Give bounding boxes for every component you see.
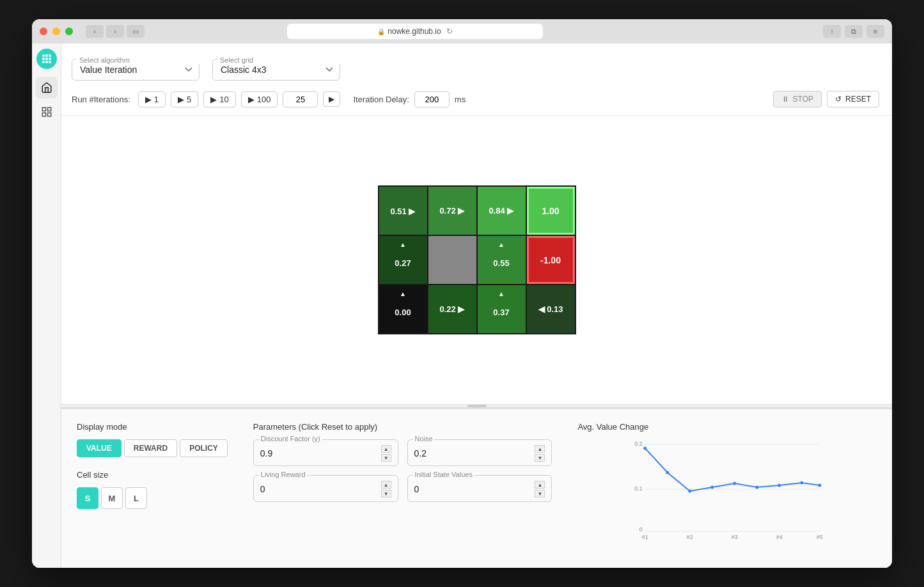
grid-cell-0-1[interactable]: 0.72 ▶ [428,187,476,235]
svg-point-3 [42,58,45,60]
run-label: Run #Iterations: [72,95,130,104]
size-l-button[interactable]: L [125,487,147,509]
cell-arrow-1-2: ▲ [498,241,505,248]
run-5-button[interactable]: ▶ 5 [171,91,198,107]
noise-up[interactable]: ▲ [535,445,545,453]
reset-button[interactable]: ↺ RESET [827,91,879,107]
discount-factor-spinners: ▲ ▼ [381,445,391,462]
chart-area: 0.2 0.1 0 [577,437,877,539]
mode-policy-button[interactable]: POLICY [180,439,228,457]
svg-rect-11 [42,113,45,116]
initial-state-input[interactable] [414,484,519,494]
share-button[interactable]: ↑ [823,25,841,38]
chart-title: Avg. Value Change [577,422,877,432]
living-reward-input-row: ▲ ▼ [260,481,391,497]
forward-button[interactable]: › [106,25,124,38]
grid-cell-2-1[interactable]: 0.22 ▶ [428,285,476,333]
sidebar-item-home[interactable] [36,77,58,98]
cell-value-2-2: 0.37 [493,308,509,317]
chart-dot-9 [818,484,822,487]
grid-dropdown-group: Select grid Classic 4x3 Classic 3x4 Cust… [212,51,340,81]
run-100-button[interactable]: ▶ 100 [241,91,278,107]
size-s-button[interactable]: S [77,487,98,509]
minimize-dot[interactable] [52,27,60,35]
run-1-button[interactable]: ▶ 1 [138,91,166,107]
sidebar-logo[interactable] [36,49,57,69]
chart-dot-7 [778,484,781,487]
initial-state-down[interactable]: ▼ [535,490,545,497]
run-10-button[interactable]: ▶ 10 [203,91,235,107]
sidebar-item-grid[interactable] [36,101,58,123]
stop-button[interactable]: ⏸ STOP [773,91,822,107]
stop-icon: ⏸ [781,95,789,104]
titlebar-actions: ↑ ⧉ ≡ [823,25,884,38]
titlebar: ‹ › ▭ 🔒 nowke.github.io ↻ ↑ ⧉ ≡ [32,19,892,43]
app-window: ‹ › ▭ 🔒 nowke.github.io ↻ ↑ ⧉ ≡ [32,19,892,568]
y-label-max: 0.2 [635,441,643,447]
noise-down[interactable]: ▼ [535,454,545,462]
size-m-button[interactable]: M [101,487,123,509]
chart-dot-4 [711,486,714,489]
initial-state-field: Initial State Values ▲ ▼ [407,475,552,502]
controls-row: Run #Iterations: ▶ 1 ▶ 5 ▶ 10 ▶ [72,86,879,115]
delay-input[interactable] [414,91,450,107]
living-reward-input[interactable] [260,484,365,494]
noise-input[interactable] [414,448,519,458]
svg-point-8 [49,61,51,63]
grid-cell-1-0[interactable]: ▲ 0.27 [379,236,427,284]
grid-cell-2-3[interactable]: ◀ 0.13 [527,285,575,333]
cell-value-2-0: 0.00 [395,308,411,317]
x-label-2: #2 [687,534,693,539]
table-icon [41,106,52,118]
cell-value-2-3: ◀ 0.13 [538,304,563,314]
y-label-min: 0 [639,526,643,533]
discount-factor-down[interactable]: ▼ [381,454,391,462]
svg-rect-9 [42,107,45,111]
run-custom-button[interactable]: ▶ [323,91,340,107]
maximize-dot[interactable] [65,27,73,35]
grid-cell-0-2[interactable]: 0.84 ▶ [478,187,526,235]
cell-arrow-2-2: ▲ [498,290,505,297]
grid-cell-0-3[interactable]: 1.00 [527,187,575,235]
chart-dot-8 [801,481,804,485]
living-reward-down[interactable]: ▼ [381,490,391,497]
bottom-section: Display mode VALUE REWARD POLICY Cell si… [61,408,892,568]
custom-iterations-input[interactable] [283,91,318,107]
cell-value-1-2: 0.55 [493,258,509,268]
refresh-icon[interactable]: ↻ [446,27,453,36]
living-reward-field: Living Reward ▲ ▼ [253,475,398,502]
window-button[interactable]: ▭ [127,25,145,38]
play-icon: ▶ [145,95,152,104]
close-dot[interactable] [40,27,47,35]
delay-label: Iteration Delay: [353,95,409,104]
grid-cell-2-2[interactable]: ▲ 0.37 [478,285,526,333]
grid-cell-0-0[interactable]: 0.51 ▶ [379,187,427,235]
discount-factor-input[interactable] [260,448,365,458]
discount-factor-input-row: ▲ ▼ [260,445,391,462]
play-icon-10: ▶ [210,95,217,104]
chart-dot-1 [644,447,647,450]
logo-icon [41,53,52,65]
initial-state-up[interactable]: ▲ [535,481,545,489]
mode-buttons: VALUE REWARD POLICY [77,439,228,457]
address-bar[interactable]: 🔒 nowke.github.io ↻ [287,24,543,39]
living-reward-up[interactable]: ▲ [381,481,391,489]
grid-cell-2-0[interactable]: ▲ 0.00 [379,285,427,333]
more-button[interactable]: ≡ [866,25,884,38]
discount-factor-up[interactable]: ▲ [381,445,391,453]
play-icon-5: ▶ [178,95,184,104]
back-button[interactable]: ‹ [86,25,104,38]
svg-point-2 [49,54,51,57]
content: Select algorithm Value Iteration Policy … [61,43,892,568]
grid-cell-1-3[interactable]: -1.00 [527,236,575,284]
svg-point-6 [42,61,45,63]
grid-cell-1-2[interactable]: ▲ 0.55 [478,236,526,284]
params-title: Parameters (Click Reset to apply) [253,422,552,432]
split-button[interactable]: ⧉ [845,25,863,38]
mode-value-button[interactable]: VALUE [77,439,121,457]
lock-icon: 🔒 [377,28,385,35]
mode-reward-button[interactable]: REWARD [124,439,177,457]
chart-line [645,448,820,491]
initial-state-input-row: ▲ ▼ [414,481,545,497]
cell-value-0-2: 0.84 ▶ [489,206,514,215]
